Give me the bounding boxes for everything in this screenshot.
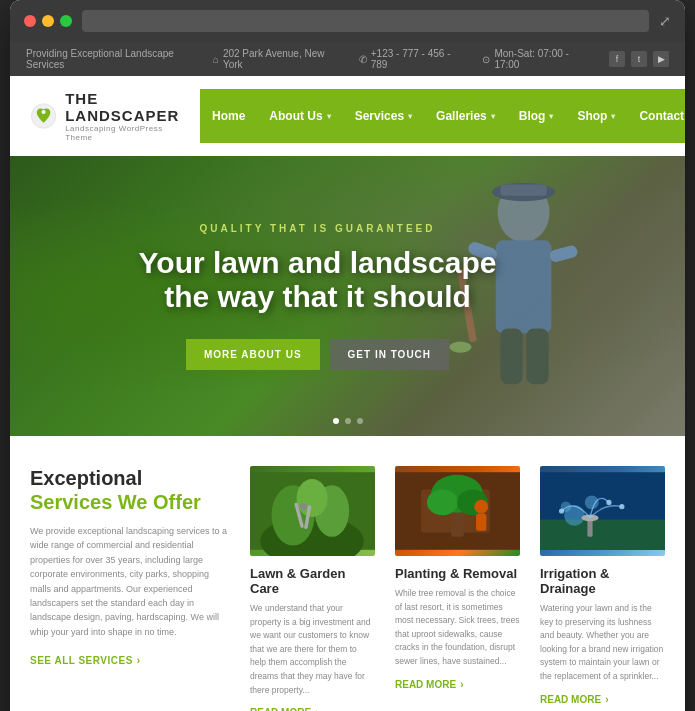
- top-bar-phone: ✆ +123 - 777 - 456 - 789: [359, 48, 469, 70]
- website-content: Providing Exceptional Landscape Services…: [10, 42, 685, 711]
- nav-shop[interactable]: Shop ▾: [565, 89, 627, 143]
- twitter-icon[interactable]: t: [631, 51, 647, 67]
- svg-point-37: [606, 500, 611, 505]
- read-more-irrigation[interactable]: READ MORE ›: [540, 694, 665, 705]
- hero-dot-2[interactable]: [345, 418, 351, 424]
- svg-point-20: [300, 503, 307, 510]
- read-more-garden[interactable]: READ MORE ›: [250, 707, 375, 711]
- hero-content: QUALITY THAT IS GUARANTEED Your lawn and…: [119, 223, 517, 370]
- arrow-right-icon: ›: [137, 655, 141, 666]
- arrow-right-icon: ›: [460, 679, 463, 690]
- nav-services[interactable]: Services ▾: [343, 89, 424, 143]
- service-card-irrigation: Irrigation & Drainage Watering your lawn…: [540, 466, 665, 711]
- social-links: f t ▶: [609, 51, 669, 67]
- nav-contact[interactable]: Contact Us: [627, 89, 685, 143]
- hero-buttons: MORE ABOUT US GET IN TOUCH: [139, 339, 497, 370]
- see-all-services-link[interactable]: SEE ALL SERVICES ›: [30, 655, 230, 666]
- logo-subtitle: Landscaping WordPress Theme: [65, 124, 180, 142]
- clock-icon: ⊙: [482, 54, 490, 65]
- svg-point-2: [42, 110, 46, 114]
- svg-point-17: [297, 479, 328, 517]
- svg-rect-8: [549, 244, 579, 263]
- svg-point-32: [585, 495, 599, 509]
- service-image-planting: [395, 466, 520, 556]
- browser-window: ⤢ Providing Exceptional Landscape Servic…: [10, 0, 685, 711]
- nav-about[interactable]: About Us ▾: [257, 89, 342, 143]
- hero-dots: [333, 418, 363, 424]
- svg-point-27: [474, 500, 488, 514]
- facebook-icon[interactable]: f: [609, 51, 625, 67]
- service-card-text-garden: We understand that your property is a bi…: [250, 602, 375, 697]
- hero-dot-3[interactable]: [357, 418, 363, 424]
- top-bar: Providing Exceptional Landscape Services…: [10, 42, 685, 76]
- svg-rect-30: [540, 520, 665, 550]
- service-card-title-irrigation: Irrigation & Drainage: [540, 566, 665, 596]
- nav-home[interactable]: Home: [200, 89, 257, 143]
- svg-rect-10: [526, 329, 548, 385]
- nav-blog[interactable]: Blog ▾: [507, 89, 566, 143]
- hero-title: Your lawn and landscapethe way that it s…: [139, 246, 497, 315]
- top-bar-tagline: Providing Exceptional Landscape Services: [26, 48, 213, 70]
- services-title: Exceptional Services We Offer: [30, 466, 230, 514]
- top-bar-address: ⌂ 202 Park Avenue, New York: [213, 48, 345, 70]
- top-bar-right: ⌂ 202 Park Avenue, New York ✆ +123 - 777…: [213, 48, 669, 70]
- hero-section: QUALITY THAT IS GUARANTEED Your lawn and…: [10, 156, 685, 436]
- svg-point-36: [559, 508, 564, 513]
- chevron-down-icon: ▾: [491, 112, 495, 121]
- arrow-right-icon: ›: [605, 694, 608, 705]
- svg-point-25: [427, 489, 458, 515]
- services-intro: Exceptional Services We Offer We provide…: [30, 466, 230, 711]
- service-image-irrigation: [540, 466, 665, 556]
- services-section: Exceptional Services We Offer We provide…: [10, 436, 685, 711]
- logo-area: THE LANDSCAPER Landscaping WordPress The…: [10, 76, 200, 156]
- hero-dot-1[interactable]: [333, 418, 339, 424]
- expand-icon[interactable]: ⤢: [659, 13, 671, 29]
- home-icon: ⌂: [213, 54, 219, 65]
- service-card-planting: Planting & Removal While tree removal is…: [395, 466, 520, 711]
- services-grid: Exceptional Services We Offer We provide…: [30, 466, 665, 711]
- service-card-title-garden: Lawn & Garden Care: [250, 566, 375, 596]
- chevron-down-icon: ▾: [549, 112, 553, 121]
- svg-rect-34: [587, 520, 592, 537]
- service-card-title-planting: Planting & Removal: [395, 566, 520, 581]
- logo-name: THE LANDSCAPER: [65, 90, 180, 124]
- youtube-icon[interactable]: ▶: [653, 51, 669, 67]
- close-button[interactable]: [24, 15, 36, 27]
- browser-chrome: ⤢: [10, 0, 685, 42]
- service-card-text-planting: While tree removal is the choice of last…: [395, 587, 520, 669]
- fullscreen-button[interactable]: [60, 15, 72, 27]
- svg-rect-28: [476, 514, 486, 531]
- nav-galleries[interactable]: Galleries ▾: [424, 89, 507, 143]
- logo-text: THE LANDSCAPER Landscaping WordPress The…: [65, 90, 180, 142]
- chevron-down-icon: ▾: [327, 112, 331, 121]
- phone-icon: ✆: [359, 54, 367, 65]
- service-card-text-irrigation: Watering your lawn and is the key to pre…: [540, 602, 665, 684]
- minimize-button[interactable]: [42, 15, 54, 27]
- service-image-garden: [250, 466, 375, 556]
- url-bar[interactable]: [82, 10, 649, 32]
- logo-icon: [30, 98, 57, 134]
- read-more-planting[interactable]: READ MORE ›: [395, 679, 520, 690]
- arrow-right-icon: ›: [315, 707, 318, 711]
- traffic-lights: [24, 15, 72, 27]
- service-card-garden: Lawn & Garden Care We understand that yo…: [250, 466, 375, 711]
- chevron-down-icon: ▾: [408, 112, 412, 121]
- top-bar-hours: ⊙ Mon-Sat: 07:00 - 17:00: [482, 48, 595, 70]
- site-header: THE LANDSCAPER Landscaping WordPress The…: [10, 76, 685, 156]
- svg-rect-5: [500, 185, 546, 196]
- svg-point-38: [619, 504, 624, 509]
- services-intro-text: We provide exceptional landscaping servi…: [30, 524, 230, 639]
- chevron-down-icon: ▾: [611, 112, 615, 121]
- more-about-us-button[interactable]: MORE ABOUT US: [186, 339, 320, 370]
- get-in-touch-button[interactable]: GET IN TOUCH: [330, 339, 449, 370]
- hero-subtitle: QUALITY THAT IS GUARANTEED: [139, 223, 497, 234]
- main-nav: Home About Us ▾ Services ▾ Galleries ▾ B…: [200, 89, 685, 143]
